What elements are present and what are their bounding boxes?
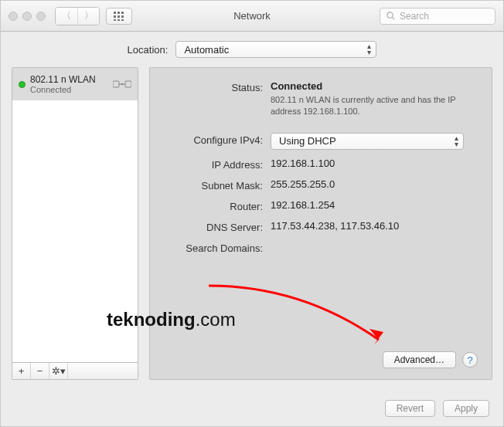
detail-panel: Status: Connected 802.11 n WLAN is curre… bbox=[149, 67, 492, 380]
location-row: Location: Automatic ▴▾ bbox=[1, 32, 503, 67]
service-list[interactable]: 802.11 n WLAN Connected bbox=[12, 67, 138, 363]
remove-service-button[interactable]: − bbox=[31, 363, 49, 379]
configure-ipv4-select[interactable]: Using DHCP ▴▾ bbox=[271, 133, 464, 150]
minimize-window-icon[interactable] bbox=[22, 12, 32, 21]
mask-value: 255.255.255.0 bbox=[271, 178, 478, 191]
svg-point-9 bbox=[387, 12, 393, 18]
svg-rect-4 bbox=[117, 15, 120, 18]
configure-row: Configure IPv4: Using DHCP ▴▾ bbox=[164, 133, 478, 150]
svg-rect-0 bbox=[114, 12, 116, 14]
service-name: 802.11 n WLAN bbox=[30, 74, 108, 85]
advanced-button[interactable]: Advanced… bbox=[383, 351, 456, 368]
status-description: 802.11 n WLAN is currently active and ha… bbox=[271, 94, 472, 117]
network-preferences-window: 〈 〉 Network Search Location: Automatic ▴… bbox=[0, 0, 504, 427]
svg-point-14 bbox=[121, 83, 124, 86]
dns-label: DNS Server: bbox=[164, 220, 271, 233]
location-select[interactable]: Automatic ▴▾ bbox=[175, 41, 376, 58]
revert-label: Revert bbox=[397, 403, 424, 414]
router-value: 192.168.1.254 bbox=[271, 199, 478, 212]
configure-value: Using DHCP bbox=[279, 135, 336, 147]
location-label: Location: bbox=[128, 44, 169, 56]
sidebar-tools: + − ✲▾ bbox=[12, 363, 138, 380]
svg-line-10 bbox=[392, 17, 394, 19]
apply-label: Apply bbox=[455, 403, 478, 414]
detail-buttons: Advanced… ? bbox=[164, 351, 478, 368]
help-icon: ? bbox=[467, 354, 472, 366]
revert-button[interactable]: Revert bbox=[385, 400, 435, 417]
location-value: Automatic bbox=[184, 44, 229, 56]
grid-icon bbox=[114, 12, 124, 21]
dns-value: 117.53.44.238, 117.53.46.10 bbox=[271, 220, 478, 233]
service-item[interactable]: 802.11 n WLAN Connected bbox=[12, 68, 138, 100]
svg-rect-11 bbox=[113, 81, 119, 87]
search-icon bbox=[387, 12, 395, 20]
svg-rect-1 bbox=[117, 12, 120, 14]
dns-row: DNS Server: 117.53.44.238, 117.53.46.10 bbox=[164, 220, 478, 233]
minus-icon: − bbox=[37, 365, 43, 377]
ip-row: IP Address: 192.168.1.100 bbox=[164, 158, 478, 171]
searchdomains-row: Search Domains: bbox=[164, 241, 478, 254]
search-placeholder: Search bbox=[400, 11, 429, 22]
nav-back-forward: 〈 〉 bbox=[55, 7, 100, 25]
updown-icon: ▴▾ bbox=[448, 135, 458, 147]
window-controls bbox=[9, 12, 46, 21]
status-label: Status: bbox=[164, 80, 271, 117]
status-value-block: Connected 802.11 n WLAN is currently act… bbox=[271, 80, 478, 117]
ip-label: IP Address: bbox=[164, 158, 271, 171]
mask-row: Subnet Mask: 255.255.255.0 bbox=[164, 178, 478, 191]
updown-icon: ▴▾ bbox=[361, 43, 371, 56]
plus-icon: + bbox=[19, 365, 25, 377]
apply-button[interactable]: Apply bbox=[443, 400, 489, 417]
service-sidebar: 802.11 n WLAN Connected + − ✲▾ bbox=[12, 67, 138, 380]
chevron-right-icon: 〉 bbox=[84, 9, 94, 22]
svg-rect-12 bbox=[125, 81, 131, 87]
zoom-window-icon[interactable] bbox=[36, 12, 46, 21]
advanced-label: Advanced… bbox=[394, 354, 444, 365]
searchdomains-label: Search Domains: bbox=[164, 241, 271, 254]
ip-value: 192.168.1.100 bbox=[271, 158, 478, 171]
status-dot-icon bbox=[19, 81, 26, 88]
help-button[interactable]: ? bbox=[462, 352, 478, 368]
configure-label: Configure IPv4: bbox=[164, 133, 271, 150]
svg-rect-7 bbox=[117, 19, 120, 21]
forward-button[interactable]: 〉 bbox=[77, 8, 99, 25]
chevron-left-icon: 〈 bbox=[62, 9, 71, 22]
search-field[interactable]: Search bbox=[380, 8, 495, 25]
service-status: Connected bbox=[30, 85, 108, 94]
router-label: Router: bbox=[164, 199, 271, 212]
add-service-button[interactable]: + bbox=[12, 363, 31, 379]
footer: Revert Apply bbox=[1, 391, 503, 426]
router-row: Router: 192.168.1.254 bbox=[164, 199, 478, 212]
status-value: Connected bbox=[271, 80, 478, 92]
service-text: 802.11 n WLAN Connected bbox=[30, 74, 108, 94]
ethernet-icon bbox=[113, 77, 131, 91]
back-button[interactable]: 〈 bbox=[56, 8, 77, 25]
svg-rect-5 bbox=[121, 15, 124, 18]
status-row: Status: Connected 802.11 n WLAN is curre… bbox=[164, 80, 478, 117]
mask-label: Subnet Mask: bbox=[164, 178, 271, 191]
main-content: 802.11 n WLAN Connected + − ✲▾ Status: C… bbox=[1, 67, 503, 391]
searchdomains-value bbox=[271, 241, 478, 254]
close-window-icon[interactable] bbox=[9, 12, 18, 21]
svg-rect-6 bbox=[114, 19, 116, 21]
titlebar: 〈 〉 Network Search bbox=[1, 1, 503, 32]
show-all-button[interactable] bbox=[106, 8, 132, 25]
svg-rect-8 bbox=[121, 19, 124, 21]
service-actions-button[interactable]: ✲▾ bbox=[49, 363, 68, 379]
svg-rect-2 bbox=[121, 12, 124, 14]
gear-icon: ✲▾ bbox=[52, 365, 66, 377]
svg-rect-3 bbox=[114, 15, 116, 18]
